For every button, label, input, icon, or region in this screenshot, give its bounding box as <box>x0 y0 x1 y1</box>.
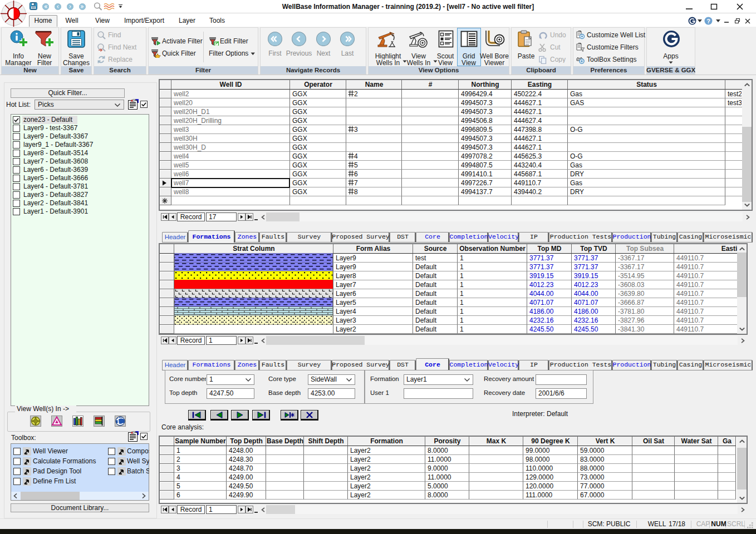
svg-text:?: ? <box>706 18 710 24</box>
